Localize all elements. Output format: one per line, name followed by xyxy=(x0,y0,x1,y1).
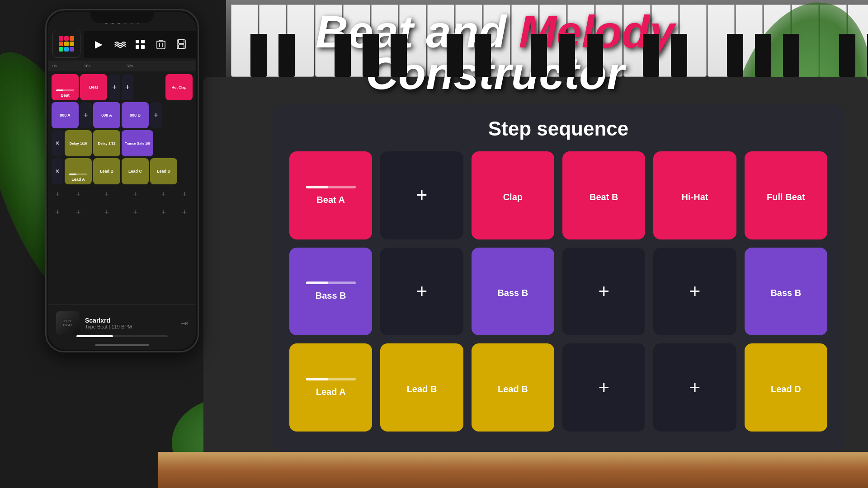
play-button[interactable]: ▶ xyxy=(93,36,105,52)
piano-key-black[interactable] xyxy=(643,34,659,77)
wood-plank xyxy=(158,452,868,488)
app-logo[interactable] xyxy=(52,30,80,58)
step-sequence-title: Step sequence xyxy=(289,117,827,140)
piano-key-black[interactable] xyxy=(587,34,603,77)
step-cell-plus-6[interactable]: + xyxy=(653,343,736,432)
piano-key-black[interactable] xyxy=(475,34,491,77)
save-icon[interactable] xyxy=(176,36,188,52)
phone-lead-d-cell[interactable]: Lead D xyxy=(150,158,177,184)
phone-x-button-1[interactable]: ✕ xyxy=(52,130,63,156)
step-cell-bass-b-2[interactable]: Bass B xyxy=(472,248,554,336)
piano-key-black[interactable] xyxy=(839,34,855,77)
step-cell-bass-b-3[interactable]: Bass B xyxy=(745,248,827,336)
phone-lead-c-label: Lead C xyxy=(128,169,142,174)
step-cell-beat-b[interactable]: Beat B xyxy=(562,151,645,239)
phone-add-9[interactable]: + xyxy=(93,204,120,221)
phone-plus-3[interactable]: + xyxy=(80,102,92,128)
piano-key-black[interactable] xyxy=(250,34,267,77)
piano-key-black[interactable] xyxy=(783,34,799,77)
piano-key-black[interactable] xyxy=(531,34,547,77)
phone-808a-1-label: 808 A xyxy=(60,113,71,117)
beat-a-label: Beat A xyxy=(316,195,345,205)
phone-add-3[interactable]: + xyxy=(93,186,120,202)
trash-icon[interactable] xyxy=(155,36,167,52)
svg-rect-0 xyxy=(136,40,139,43)
phone-add-1[interactable]: + xyxy=(52,186,63,202)
lead-a-label: Lead A xyxy=(316,387,346,397)
piano-key-black[interactable] xyxy=(363,34,379,77)
player-thumbnail: TYPEBEAT xyxy=(56,311,80,335)
phone-player: TYPEBEAT Scarlxrd Type Beat | 119 BPM ⇥ xyxy=(49,305,195,341)
step-cell-beat-a[interactable]: Beat A xyxy=(289,151,372,239)
phone-hotclap-cell[interactable]: Hot Clap xyxy=(165,74,193,100)
step-cell-lead-b-2[interactable]: Lead B xyxy=(472,343,554,432)
step-cell-lead-a[interactable]: Lead A xyxy=(289,343,372,432)
step-cell-lead-d[interactable]: Lead D xyxy=(745,343,827,432)
phone-delay-116[interactable]: Delay 1/16 xyxy=(65,130,92,156)
lead-a-slider[interactable] xyxy=(306,378,356,380)
piano-key-black[interactable] xyxy=(278,34,295,77)
player-type: Type Beat | 119 BPM xyxy=(85,324,175,329)
step-cell-plus-5[interactable]: + xyxy=(562,343,645,432)
piano-key-black[interactable] xyxy=(727,34,743,77)
phone-add-2[interactable]: + xyxy=(65,186,92,202)
phone-add-6[interactable]: + xyxy=(179,186,190,202)
phone-plus-4[interactable]: + xyxy=(150,102,162,128)
phone-plus-2[interactable]: + xyxy=(122,74,133,100)
step-cell-clap[interactable]: Clap xyxy=(472,151,554,239)
phone-add-11[interactable]: + xyxy=(150,204,177,221)
step-cell-plus-3[interactable]: + xyxy=(562,248,645,336)
phone-add-4[interactable]: + xyxy=(122,186,149,202)
step-cell-hihat[interactable]: Hi-Hat xyxy=(653,151,736,239)
lead-d-label: Lead D xyxy=(771,384,801,394)
phone-add-12[interactable]: + xyxy=(179,204,190,221)
phone-lead-a-cell[interactable]: Lead A xyxy=(65,158,92,184)
phone-lead-c-cell[interactable]: Lead C xyxy=(122,158,149,184)
phone-add-10[interactable]: + xyxy=(122,204,149,221)
step-cell-lead-b-1[interactable]: Lead B xyxy=(380,343,463,432)
phone-lead-b-cell[interactable]: Lead B xyxy=(93,158,120,184)
piano-key-black[interactable] xyxy=(671,34,687,77)
piano-key-black[interactable] xyxy=(391,34,407,77)
piano-key-black[interactable] xyxy=(755,34,771,77)
player-progress-bar[interactable] xyxy=(76,335,168,337)
phone-beat-b-cell[interactable]: Beat xyxy=(80,74,107,100)
phone-808b[interactable]: 808 B xyxy=(122,102,149,128)
lead-b-1-label: Lead B xyxy=(407,384,437,394)
step-cell-bass-b-1[interactable]: Bass B xyxy=(289,248,372,336)
phone-lead-row: ✕ Lead A Lead B Lead C Lead D xyxy=(52,158,193,184)
grid-svg xyxy=(135,39,145,49)
phone-hotclap-label: Hot Clap xyxy=(172,85,187,89)
step-cell-plus-1[interactable]: + xyxy=(380,151,463,239)
phone-lead-a-label: Lead A xyxy=(71,177,85,182)
timeline-marker-0s: 0s xyxy=(52,64,57,68)
phone-add-7[interactable]: + xyxy=(52,204,63,221)
player-arrow-icon[interactable]: ⇥ xyxy=(180,318,188,328)
phone-808a-2[interactable]: 808 A xyxy=(93,102,120,128)
grid-icon[interactable] xyxy=(135,36,146,52)
full-beat-label: Full Beat xyxy=(767,192,805,202)
phone-808a-1[interactable]: 808 A xyxy=(52,102,79,128)
phone-delay116-label: Delay 1/16 xyxy=(69,141,87,145)
phone-plus-1[interactable]: + xyxy=(108,74,120,100)
phone-beat-a-cell[interactable]: Beat xyxy=(52,74,79,100)
waves-icon[interactable] xyxy=(114,36,126,52)
phone-add-5[interactable]: + xyxy=(150,186,177,202)
phone-x-button-2[interactable]: ✕ xyxy=(52,158,63,184)
phone-add-8[interactable]: + xyxy=(65,204,92,221)
phone-grid-area: Beat Beat + + Hot Clap 808 A xyxy=(48,71,196,309)
step-cell-plus-4[interactable]: + xyxy=(653,248,736,336)
phone-trance-gate[interactable]: Trance Gate 1/8 xyxy=(122,130,153,156)
beat-a-slider[interactable] xyxy=(306,186,356,188)
bass-b-slider[interactable] xyxy=(306,282,356,284)
bass-b-3-label: Bass B xyxy=(770,288,801,298)
step-cell-full-beat[interactable]: Full Beat xyxy=(745,151,827,239)
clap-label: Clap xyxy=(503,192,523,202)
piano-key-black[interactable] xyxy=(559,34,575,77)
piano-key-black[interactable] xyxy=(447,34,463,77)
step-cell-plus-2[interactable]: + xyxy=(380,248,463,336)
piano-key-black[interactable] xyxy=(335,34,351,77)
phone-beat-row: Beat Beat + + Hot Clap xyxy=(52,74,193,100)
phone-lead-d-label: Lead D xyxy=(157,169,170,174)
phone-delay-132[interactable]: Delay 1/32 xyxy=(93,130,120,156)
